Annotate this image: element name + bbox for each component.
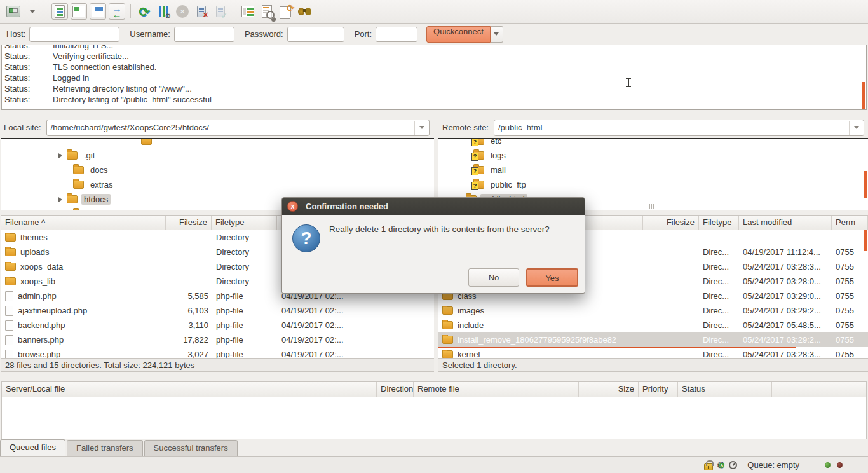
local-site-bar: Local site: /home/richard/gwtest/XoopsCo… xyxy=(4,118,430,137)
tree-expand-arrow[interactable] xyxy=(58,153,62,158)
settings-gear-icon[interactable]: ⚙ xyxy=(717,460,725,470)
perm-cell: 0755 xyxy=(832,291,868,301)
queue-body[interactable] xyxy=(1,397,867,439)
column-header-perm[interactable]: Perm xyxy=(832,216,868,230)
filetype-cell: Direc... xyxy=(699,277,739,286)
column-header-filetype[interactable]: Filetype xyxy=(212,216,277,230)
refresh-button[interactable]: ⟳ xyxy=(136,3,153,20)
column-header-priority[interactable]: Priority xyxy=(639,382,678,397)
modified-cell: 04/19/2017 02:... xyxy=(278,320,434,330)
toggle-remote-tree-icon xyxy=(92,6,104,17)
perm-cell: 0755 xyxy=(832,320,868,330)
local-path-combo[interactable]: /home/richard/gwtest/XoopsCore25/htdocs/ xyxy=(46,120,430,136)
column-header-status[interactable]: Status xyxy=(678,382,772,397)
tab-successful-transfers[interactable]: Successful transfers xyxy=(144,440,238,456)
file-row[interactable]: banners.php17,822php-file04/19/2017 02:.… xyxy=(1,332,434,347)
filetype-cell: Direc... xyxy=(699,262,739,271)
speed-limits-icon[interactable] xyxy=(729,461,737,469)
toggle-message-log-button[interactable] xyxy=(51,3,68,20)
tree-item-.git[interactable]: .git xyxy=(1,148,434,163)
filetype-cell: Directory xyxy=(212,233,278,242)
tab-failed-transfers[interactable]: Failed transfers xyxy=(67,440,143,456)
folder-icon xyxy=(67,195,78,203)
local-site-label: Local site: xyxy=(4,123,41,132)
log-scrollbar[interactable] xyxy=(862,82,865,109)
host-input[interactable] xyxy=(29,27,119,42)
find-files-button[interactable] xyxy=(297,3,313,20)
tree-item-docs[interactable]: docs xyxy=(1,163,434,177)
folder-icon xyxy=(67,151,78,160)
directory-comparison-button[interactable] xyxy=(240,3,256,20)
file-row[interactable]: imagesDirec...05/24/2017 03:29:2...0755 xyxy=(438,303,868,318)
toggle-local-tree-button[interactable] xyxy=(71,3,87,20)
file-search-icon xyxy=(262,5,272,18)
toggle-remote-tree-button[interactable] xyxy=(90,3,106,20)
perm-cell: 0755 xyxy=(832,350,868,358)
file-row[interactable]: includeDirec...05/24/2017 05:48:5...0755 xyxy=(438,318,868,332)
column-header-filename[interactable]: Filename ^ xyxy=(1,216,166,230)
site-manager-dropdown[interactable] xyxy=(24,3,41,20)
folder-icon xyxy=(5,233,16,242)
tab-queued-files[interactable]: Queued files xyxy=(0,439,65,456)
username-input[interactable] xyxy=(174,27,234,42)
column-header-filesize[interactable]: Filesize xyxy=(643,216,699,230)
remote-path-dropdown[interactable] xyxy=(849,121,863,135)
tree-item-label: .git xyxy=(81,150,97,161)
no-button[interactable]: No xyxy=(468,268,519,287)
filetype-cell: Directory xyxy=(212,262,278,271)
close-icon[interactable]: x xyxy=(287,201,298,212)
toggle-message-log-icon xyxy=(55,5,65,18)
tree-item-etc[interactable]: etc xyxy=(438,138,868,148)
file-row[interactable]: backend.php3,110php-file04/19/2017 02:..… xyxy=(1,318,434,332)
tree-item[interactable] xyxy=(1,138,434,148)
tree-item-label: public_ftp xyxy=(488,179,529,190)
tree-item-label: logs xyxy=(488,150,508,161)
filename-cell: kernel xyxy=(438,350,643,358)
tree-item-logs[interactable]: logs xyxy=(438,148,868,163)
remote-path-combo[interactable]: /public_html xyxy=(494,120,864,136)
filter-button[interactable] xyxy=(155,3,172,20)
disconnect-button[interactable] xyxy=(193,3,210,20)
site-manager-button[interactable] xyxy=(5,3,22,20)
quickconnect-bar: Host: Username: Password: Port: Quickcon… xyxy=(0,24,868,45)
filetype-cell: Direc... xyxy=(699,306,739,315)
yes-button[interactable]: Yes xyxy=(526,268,578,287)
local-path-dropdown[interactable] xyxy=(414,121,428,135)
column-header-server-local-file[interactable]: Server/Local file xyxy=(2,382,377,397)
filetype-cell: Directory xyxy=(212,247,278,257)
password-input[interactable] xyxy=(287,27,344,42)
text-cursor xyxy=(626,78,631,88)
log-line-message: Logged in xyxy=(53,73,89,83)
quickconnect-dropdown[interactable] xyxy=(491,26,503,43)
perm-cell: 0755 xyxy=(832,247,868,257)
modified-cell: 05/24/2017 03:28:3... xyxy=(739,262,832,271)
toolbar-separator xyxy=(46,4,46,18)
column-header-filesize[interactable]: Filesize xyxy=(166,216,212,230)
port-input[interactable] xyxy=(376,27,417,42)
file-search-button[interactable] xyxy=(259,3,275,20)
tree-expand-arrow[interactable] xyxy=(58,197,62,202)
quickconnect-button[interactable]: Quickconnect xyxy=(426,26,491,43)
column-header-size[interactable]: Size xyxy=(579,382,639,397)
dialog-titlebar[interactable]: x Confirmation needed xyxy=(282,198,585,215)
toolbar-separator xyxy=(130,4,131,18)
message-log[interactable]: Status:Initializing TLS...Status:Verifyi… xyxy=(1,45,867,110)
toggle-transfer-queue-button[interactable]: →← xyxy=(109,3,125,20)
file-row[interactable]: ajaxfineupload.php6,103php-file04/19/201… xyxy=(1,303,434,318)
column-header-last-modified[interactable]: Last modified xyxy=(739,216,832,230)
file-row[interactable]: install_remove_18062779595925f9f8abe82Di… xyxy=(438,332,868,347)
column-header-remote-file[interactable]: Remote file xyxy=(414,382,579,397)
tree-item-mail[interactable]: mail xyxy=(438,163,868,177)
chevron-down-icon xyxy=(419,126,424,129)
file-row[interactable]: browse.php3,027php-file04/19/2017 02:... xyxy=(1,347,434,358)
synchronized-browsing-button[interactable] xyxy=(278,3,294,20)
tree-item-extras[interactable]: extras xyxy=(1,177,434,192)
secure-connection-lock-icon[interactable] xyxy=(704,463,713,470)
tree-item-public_ftp[interactable]: public_ftp xyxy=(438,177,868,192)
remote-list-scrollbar[interactable] xyxy=(864,230,867,251)
column-header-direction[interactable]: Direction xyxy=(377,382,414,397)
log-line-message: Verifying certificate... xyxy=(53,51,129,61)
log-line-type: Status: xyxy=(2,45,53,51)
column-header-filetype[interactable]: Filetype xyxy=(699,216,739,230)
file-row[interactable]: kernelDirec...05/24/2017 03:28:3...0755 xyxy=(438,347,868,358)
